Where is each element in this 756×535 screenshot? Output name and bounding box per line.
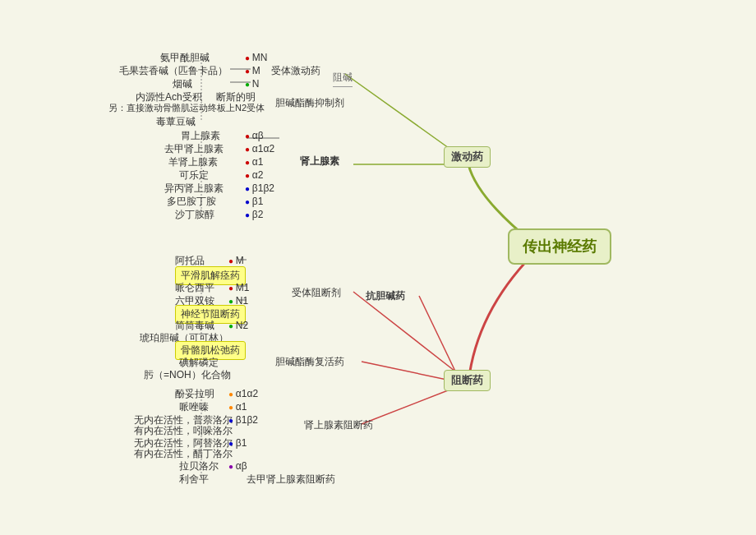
node-danjianzhi: 胆碱酯酶抑制剂 <box>275 96 344 110</box>
node-a1a2: α1α2 <box>245 142 274 156</box>
node-qujia: 去甲肾上腺素 <box>164 142 224 156</box>
node-yibing: 异丙肾上腺素 <box>164 182 224 196</box>
node-mn: MN <box>245 51 268 65</box>
node-lingjie: 另：直接激动骨骼肌运动终板上N2受体 <box>108 102 265 114</box>
node-qujiashen-zuduan: 去甲肾上腺素阻断药 <box>247 473 335 487</box>
node-m1: M <box>245 64 260 78</box>
node-shenshang-label: 肾上腺素 <box>300 155 339 168</box>
node-duoba: 多巴胺丁胺 <box>167 195 216 209</box>
node-yanjian: 烟碱 <box>173 77 192 91</box>
node-shoutijidong: 受体激动药 <box>271 64 320 78</box>
node-labei: 拉贝洛尔 <box>179 459 219 473</box>
node-a1-2: α1 <box>228 400 247 414</box>
node-danjianzhi-fuhuoyao: 胆碱酯酶复活药 <box>275 355 344 369</box>
node-qiajia: 氨甲酰胆碱 <box>160 51 210 65</box>
node-m1-2: M1 <box>228 281 250 295</box>
node-a1a2-2: α1α2 <box>228 387 258 401</box>
connection-lines <box>0 0 756 535</box>
node-lishe: 利舍平 <box>179 473 209 487</box>
node-shenshang1: 胃上腺素 <box>181 129 220 143</box>
svg-line-5 <box>362 386 459 424</box>
node-pailun: 哌仑西平 <box>175 281 214 295</box>
svg-line-0 <box>345 74 460 156</box>
node-ab: αβ <box>245 129 264 143</box>
node-zujian: 阻碱 <box>333 71 353 87</box>
node-dujun: 毒蕈豆碱 <box>156 115 196 129</box>
jidong-node: 激动药 <box>444 146 491 168</box>
svg-line-2 <box>353 292 459 374</box>
mind-map: 传出神经药 激动药 阻断药 氨甲酰胆碱 MN 毛果芸香碱（匹鲁卡品） M 受体激… <box>0 0 756 535</box>
node-fentuolaming: 酚妥拉明 <box>175 387 214 401</box>
node-a2: α2 <box>245 168 263 182</box>
node-maoguo: 毛果芸香碱（匹鲁卡品） <box>119 64 228 78</box>
node-b1: β1 <box>245 195 263 209</box>
node-b1b2-2: β1β2 <box>228 413 258 427</box>
node-shenshang-zuduan: 肾上腺素阻断药 <box>304 418 373 432</box>
node-n2-2: N2 <box>228 319 248 333</box>
node-b2: β2 <box>245 208 263 222</box>
zuduan-node: 阻断药 <box>444 370 491 391</box>
node-b1b2: β1β2 <box>245 182 274 196</box>
node-a1: α1 <box>245 155 263 169</box>
node-wo: 肟（=NOH）化合物 <box>144 368 231 382</box>
node-shading: 沙丁胺醇 <box>175 208 214 222</box>
node-paizuo: 哌唑嗪 <box>179 400 209 414</box>
node-kangdanjian: 抗胆碱药 <box>366 289 405 303</box>
node-ab-2: αβ <box>228 459 247 473</box>
node-shouti-zuduan: 受体阻断剂 <box>292 286 341 300</box>
node-n1: N <box>245 77 260 91</box>
node-kele: 可乐定 <box>179 168 209 182</box>
center-node: 传出神经药 <box>508 228 611 265</box>
node-yang: 羊肾上腺素 <box>168 155 218 169</box>
svg-line-3 <box>419 296 459 378</box>
